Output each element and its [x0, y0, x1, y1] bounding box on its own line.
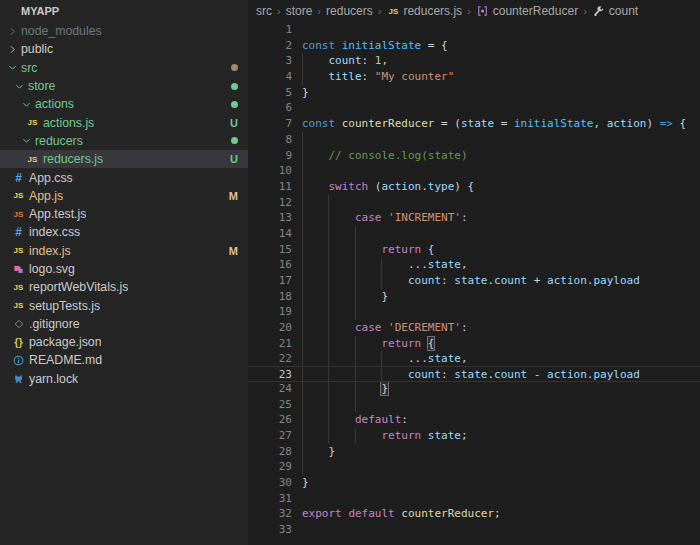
code-line-1[interactable]: 1 — [248, 22, 700, 38]
indent-guide — [302, 210, 328, 226]
code-line-16[interactable]: 16...state, — [248, 257, 700, 273]
line-number[interactable]: 10 — [248, 163, 292, 179]
code-line-33[interactable]: 33 — [248, 522, 700, 538]
line-number[interactable]: 28 — [248, 444, 292, 460]
code-line-26[interactable]: 26default: — [248, 412, 700, 428]
line-number[interactable]: 1 — [248, 22, 292, 38]
line-number[interactable]: 31 — [248, 491, 292, 507]
tree-item--gitignore[interactable]: .gitignore — [0, 315, 248, 333]
tree-item-reducers[interactable]: reducers — [0, 132, 248, 150]
line-number[interactable]: 4 — [248, 69, 292, 85]
code-line-10[interactable]: 10 — [248, 163, 700, 179]
code-line-9[interactable]: 9// console.log(state) — [248, 148, 700, 164]
tree-item-node-modules[interactable]: node_modules — [0, 22, 248, 40]
line-number[interactable]: 24 — [248, 381, 292, 397]
tree-item-index-js[interactable]: JSindex.jsM — [0, 242, 248, 260]
line-number[interactable]: 33 — [248, 522, 292, 538]
tree-item-app-js[interactable]: JSApp.jsM — [0, 187, 248, 205]
line-number[interactable]: 13 — [248, 210, 292, 226]
code-line-32[interactable]: 32export default counterReducer; — [248, 506, 700, 522]
code-editor[interactable]: 12const initialState = {3count: 1,4title… — [248, 22, 700, 545]
line-number[interactable]: 3 — [248, 53, 292, 69]
breadcrumb-item-reducers-js[interactable]: JSreducers.js — [386, 4, 462, 18]
code-line-31[interactable]: 31 — [248, 491, 700, 507]
code-line-8[interactable]: 8 — [248, 132, 700, 148]
line-number[interactable]: 20 — [248, 320, 292, 336]
code-line-4[interactable]: 4title: "My counter" — [248, 69, 700, 85]
line-number[interactable]: 17 — [248, 273, 292, 289]
git-file-icon — [12, 317, 25, 330]
tree-item-actions-js[interactable]: JSactions.jsU — [0, 113, 248, 131]
line-content: count: 1, — [302, 53, 388, 69]
code-line-27[interactable]: 27return state; — [248, 428, 700, 444]
code-line-17[interactable]: 17count: state.count + action.payload — [248, 273, 700, 289]
line-number[interactable]: 26 — [248, 412, 292, 428]
code-line-11[interactable]: 11switch (action.type) { — [248, 179, 700, 195]
tree-item-setuptests-js[interactable]: JSsetupTests.js — [0, 296, 248, 314]
line-number[interactable]: 9 — [248, 148, 292, 164]
code-token: , — [461, 352, 468, 365]
code-line-22[interactable]: 22...state, — [248, 351, 700, 367]
code-line-6[interactable]: 6 — [248, 100, 700, 116]
line-number[interactable]: 32 — [248, 506, 292, 522]
code-line-12[interactable]: 12 — [248, 195, 700, 211]
breadcrumb-item-count[interactable]: count — [592, 4, 638, 18]
line-number[interactable]: 14 — [248, 226, 292, 242]
code-line-21[interactable]: 21return { — [248, 336, 700, 352]
code-line-28[interactable]: 28} — [248, 444, 700, 460]
line-number[interactable]: 19 — [248, 304, 292, 320]
line-number[interactable]: 25 — [248, 397, 292, 413]
tree-item-readme-md[interactable]: README.md — [0, 351, 248, 369]
code-line-20[interactable]: 20case 'DECREMENT': — [248, 320, 700, 336]
tree-item-reducers-js[interactable]: JSreducers.jsU — [0, 150, 248, 168]
indent-guide — [328, 336, 354, 352]
code-line-2[interactable]: 2const initialState = { — [248, 38, 700, 54]
code-line-23[interactable]: 23count: state.count - action.payload — [248, 366, 700, 382]
code-line-30[interactable]: 30} — [248, 475, 700, 491]
line-number[interactable]: 5 — [248, 85, 292, 101]
line-number[interactable]: 22 — [248, 351, 292, 367]
line-content: count: state.count + action.payload — [302, 273, 640, 289]
code-line-25[interactable]: 25 — [248, 397, 700, 413]
line-number[interactable]: 16 — [248, 257, 292, 273]
line-number[interactable]: 27 — [248, 428, 292, 444]
line-number[interactable]: 7 — [248, 116, 292, 132]
tree-item-package-json[interactable]: {}package.json — [0, 333, 248, 351]
code-line-24[interactable]: 24} — [248, 381, 700, 397]
breadcrumb-item-counterreducer[interactable]: counterReducer — [476, 4, 578, 18]
code-line-13[interactable]: 13case 'INCREMENT': — [248, 210, 700, 226]
code-line-19[interactable]: 19 — [248, 304, 700, 320]
tree-item-store[interactable]: store — [0, 77, 248, 95]
line-number[interactable]: 11 — [248, 179, 292, 195]
code-line-3[interactable]: 3count: 1, — [248, 53, 700, 69]
tree-item-src[interactable]: src — [0, 59, 248, 77]
line-number[interactable]: 29 — [248, 459, 292, 475]
line-number[interactable]: 8 — [248, 132, 292, 148]
line-number[interactable]: 12 — [248, 195, 292, 211]
tree-item-logo-svg[interactable]: logo.svg — [0, 260, 248, 278]
line-number[interactable]: 30 — [248, 475, 292, 491]
code-line-18[interactable]: 18} — [248, 289, 700, 305]
breadcrumb-item-reducers[interactable]: reducers — [326, 4, 373, 18]
tree-item-index-css[interactable]: #index.css — [0, 223, 248, 241]
tree-item-app-test-js[interactable]: JSApp.test.js — [0, 205, 248, 223]
explorer-section-header[interactable]: MYAPP — [0, 0, 248, 22]
tree-item-reportwebvitals-js[interactable]: JSreportWebVitals.js — [0, 278, 248, 296]
tree-item-app-css[interactable]: #App.css — [0, 168, 248, 186]
tree-item-yarn-lock[interactable]: yarn.lock — [0, 370, 248, 388]
line-number[interactable]: 23 — [248, 367, 292, 381]
code-line-7[interactable]: 7const counterReducer = (state = initial… — [248, 116, 700, 132]
tree-item-actions[interactable]: actions — [0, 95, 248, 113]
tree-item-public[interactable]: public — [0, 40, 248, 58]
breadcrumb-item-src[interactable]: src — [256, 4, 272, 18]
code-line-29[interactable]: 29 — [248, 459, 700, 475]
line-number[interactable]: 6 — [248, 100, 292, 116]
line-number[interactable]: 15 — [248, 242, 292, 258]
code-line-14[interactable]: 14 — [248, 226, 700, 242]
line-number[interactable]: 18 — [248, 289, 292, 305]
line-number[interactable]: 2 — [248, 38, 292, 54]
code-line-5[interactable]: 5} — [248, 85, 700, 101]
breadcrumb-item-store[interactable]: store — [286, 4, 313, 18]
code-line-15[interactable]: 15return { — [248, 242, 700, 258]
line-number[interactable]: 21 — [248, 336, 292, 352]
